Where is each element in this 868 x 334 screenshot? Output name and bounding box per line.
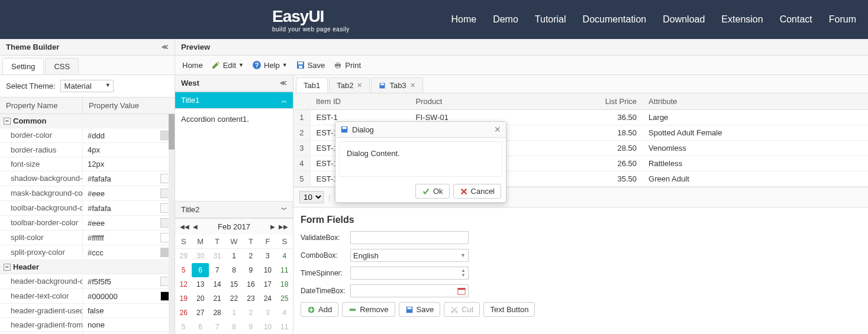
calendar-day[interactable]: 12 — [175, 277, 192, 291]
prop-group[interactable]: −Common — [0, 114, 175, 128]
tab-css[interactable]: CSS — [45, 58, 79, 74]
dialog-close-icon[interactable]: ✕ — [494, 125, 501, 134]
calendar-day[interactable]: 2 — [243, 306, 259, 320]
calendar-day[interactable]: 4 — [276, 249, 293, 263]
calendar-day[interactable]: 27 — [192, 306, 208, 320]
calendar-day[interactable]: 9 — [243, 320, 259, 334]
property-row[interactable]: border-radius4px — [0, 143, 175, 157]
cal-next-year[interactable]: ▶▶ — [279, 223, 288, 230]
property-row[interactable]: toolbar-border-color#eee — [0, 216, 175, 231]
calendar-day[interactable]: 6 — [192, 320, 208, 334]
toolbar-print[interactable]: Print — [333, 60, 361, 70]
calendar-day[interactable]: 19 — [175, 291, 192, 306]
nav-extension[interactable]: Extension — [721, 14, 763, 25]
property-row[interactable]: header-background-color#f5f5f5 — [0, 274, 175, 289]
property-row[interactable]: split-proxy-color#ccc — [0, 245, 175, 260]
calendar-title[interactable]: Feb 2017 — [218, 222, 250, 231]
toolbar-edit[interactable]: Edit▼ — [211, 60, 244, 70]
col-attribute[interactable]: Attribute — [643, 93, 868, 110]
spinner-arrows-icon[interactable]: ▲▼ — [461, 268, 466, 278]
calendar-day[interactable]: 31 — [209, 249, 225, 263]
cal-prev-month[interactable]: ◀ — [193, 223, 198, 230]
nav-home[interactable]: Home — [451, 14, 476, 25]
nav-tutorial[interactable]: Tutorial — [535, 14, 566, 25]
calendar-day[interactable]: 26 — [175, 306, 192, 320]
validatebox-input[interactable] — [350, 231, 469, 244]
text-button[interactable]: Text Button — [483, 302, 535, 317]
combobox-input[interactable]: English▼ — [350, 249, 469, 262]
tab-close-icon[interactable]: ✕ — [357, 82, 362, 89]
calendar-day[interactable]: 10 — [259, 263, 276, 277]
col-listprice[interactable]: List Price — [528, 93, 643, 110]
theme-select[interactable]: Material ▼ — [60, 80, 114, 92]
calendar-day[interactable]: 20 — [192, 291, 208, 306]
calendar-day[interactable]: 23 — [243, 291, 259, 306]
group-toggle-icon[interactable]: − — [4, 118, 11, 125]
toolbar-save[interactable]: Save — [296, 60, 325, 70]
calendar-day[interactable]: 9 — [243, 263, 259, 277]
calendar-day[interactable]: 3 — [259, 306, 276, 320]
save-button[interactable]: Save — [399, 302, 441, 317]
scrollbar[interactable] — [169, 114, 175, 334]
dialog-ok-button[interactable]: Ok — [415, 184, 450, 199]
property-row[interactable]: font-size12px — [0, 157, 175, 171]
calendar-day[interactable]: 18 — [276, 277, 293, 291]
nav-demo[interactable]: Demo — [493, 14, 518, 25]
property-row[interactable]: split-color#ffffff — [0, 231, 175, 245]
nav-forum[interactable]: Forum — [829, 14, 856, 25]
calendar-day[interactable]: 16 — [243, 277, 259, 291]
calendar-day[interactable]: 22 — [225, 291, 242, 306]
property-row[interactable]: header-text-color#000000 — [0, 289, 175, 304]
calendar-day[interactable]: 1 — [225, 306, 242, 320]
nav-documentation[interactable]: Documentation — [583, 14, 647, 25]
content-tab[interactable]: Tab3✕ — [371, 77, 422, 93]
calendar-day[interactable]: 30 — [192, 249, 208, 263]
calendar-day[interactable]: 11 — [276, 320, 293, 334]
cal-next-month[interactable]: ▶ — [270, 223, 275, 230]
calendar-day[interactable]: 1 — [225, 249, 242, 263]
datetimebox-input[interactable] — [350, 284, 469, 297]
nav-download[interactable]: Download — [663, 14, 705, 25]
calendar-day[interactable]: 3 — [259, 249, 276, 263]
calendar-day[interactable]: 25 — [276, 291, 293, 306]
calendar-day[interactable]: 2 — [243, 249, 259, 263]
calendar-day[interactable]: 6 — [192, 263, 208, 277]
tab-close-icon[interactable]: ✕ — [410, 82, 415, 89]
tab-setting[interactable]: Setting — [2, 58, 44, 74]
property-row[interactable]: header-gradient-usedfalse — [0, 304, 175, 318]
calendar-day[interactable]: 5 — [175, 263, 192, 277]
calendar-day[interactable]: 11 — [276, 263, 293, 277]
accordion-title1[interactable]: Title1 ︽ — [175, 92, 293, 109]
calendar-day[interactable]: 13 — [192, 277, 208, 291]
col-itemid[interactable]: Item ID — [310, 93, 410, 110]
calendar-day[interactable]: 14 — [209, 277, 225, 291]
content-tab[interactable]: Tab2✕ — [329, 77, 370, 93]
calendar-day[interactable]: 24 — [259, 291, 276, 306]
cal-prev-year[interactable]: ◀◀ — [180, 223, 189, 230]
cut-button[interactable]: Cut — [444, 302, 480, 317]
group-toggle-icon[interactable]: − — [4, 264, 11, 271]
calendar-day[interactable]: 28 — [209, 306, 225, 320]
property-row[interactable]: toolbar-background-color#fafafa — [0, 201, 175, 216]
calendar-day[interactable]: 5 — [175, 320, 192, 334]
calendar-day[interactable]: 17 — [259, 277, 276, 291]
calendar-day[interactable]: 10 — [259, 320, 276, 334]
col-product[interactable]: Product — [410, 93, 528, 110]
toolbar-help[interactable]: ? Help▼ — [252, 60, 288, 70]
scrollbar-thumb[interactable] — [169, 114, 175, 150]
calendar-day[interactable]: 4 — [276, 306, 293, 320]
content-tab[interactable]: Tab1 — [296, 77, 328, 93]
collapse-left-icon[interactable]: ≪ — [162, 43, 169, 51]
add-button[interactable]: Add — [301, 302, 338, 317]
dialog-cancel-button[interactable]: Cancel — [453, 184, 501, 199]
prop-group[interactable]: −Header — [0, 260, 175, 274]
calendar-day[interactable]: 7 — [209, 320, 225, 334]
calendar-day[interactable]: 8 — [225, 320, 242, 334]
toolbar-home[interactable]: Home — [182, 61, 203, 70]
accordion-title2[interactable]: Title2 ︾ — [175, 201, 293, 218]
calendar-day[interactable]: 8 — [225, 263, 242, 277]
page-size-select[interactable]: 10 — [299, 191, 324, 203]
property-row[interactable]: shadow-background-color#fafafa — [0, 171, 175, 186]
property-grid-body[interactable]: −Commonborder-color#dddborder-radius4pxf… — [0, 114, 175, 334]
timespinner-input[interactable]: ▲▼ — [350, 267, 469, 280]
